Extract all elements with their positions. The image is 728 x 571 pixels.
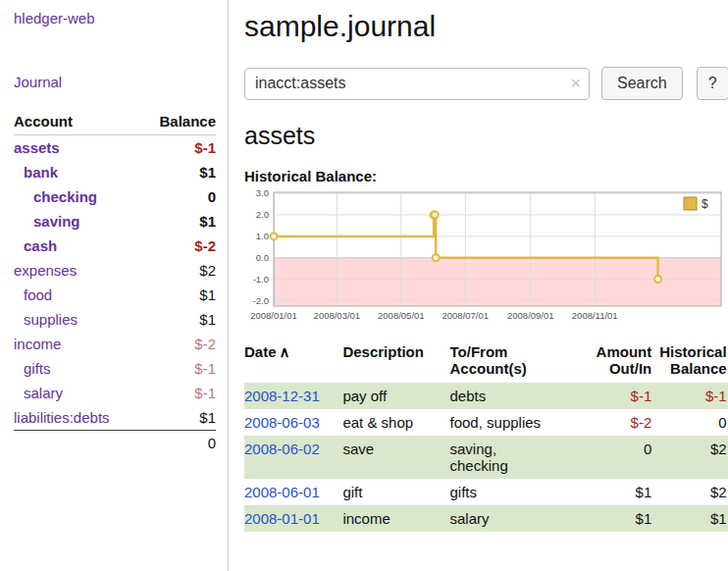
accounts-header-row: Account Balance [14, 110, 216, 135]
account-row: liabilities:debts$1 [14, 405, 216, 431]
data-point-marker [432, 212, 439, 219]
transaction-row[interactable]: 2008-06-01giftgifts$1$2 [244, 479, 728, 505]
transaction-row[interactable]: 2008-01-01incomesalary$1$1 [244, 505, 728, 532]
sidebar-account-link[interactable]: supplies [24, 311, 78, 328]
search-button[interactable]: Search [601, 67, 683, 100]
transaction-row[interactable]: 2008-06-03eat & shopfood, supplies$-20 [244, 409, 728, 436]
sidebar-item-journal[interactable]: Journal [14, 74, 216, 90]
transaction-balance: $2 [659, 479, 728, 505]
svg-text:2008/09/01: 2008/09/01 [507, 310, 554, 321]
sidebar-account-link[interactable]: cash [24, 237, 57, 254]
svg-text:1.0: 1.0 [256, 231, 269, 241]
account-balance: $1 [141, 283, 216, 307]
legend-label: $ [702, 197, 708, 211]
register-header-row: Date∧ Description To/From Account(s) Amo… [244, 341, 728, 383]
data-point-marker [433, 254, 440, 261]
transaction-row[interactable]: 2008-12-31pay offdebts$-1$-1 [244, 383, 728, 409]
legend-swatch [684, 197, 697, 210]
sidebar-account-link[interactable]: assets [14, 139, 60, 156]
svg-text:-2.0: -2.0 [253, 295, 269, 306]
account-balance: $-1 [141, 356, 216, 381]
account-balance: $1 [141, 209, 216, 234]
clear-search-icon[interactable]: × [570, 74, 581, 94]
transaction-row[interactable]: 2008-06-02savesaving, checking0$2 [244, 436, 728, 479]
account-row: salary$-1 [14, 381, 216, 405]
account-balance: $-1 [141, 135, 216, 161]
sidebar-account-link[interactable]: salary [24, 385, 63, 401]
sidebar-account-link[interactable]: income [14, 336, 61, 352]
sidebar-account-link[interactable]: saving [33, 213, 80, 230]
transaction-balance: 0 [659, 409, 728, 436]
sidebar-account-link[interactable]: liabilities:debts [14, 409, 110, 426]
transaction-accounts: food, supplies [450, 409, 579, 436]
account-row: saving$1 [14, 209, 216, 234]
chart-title: Historical Balance: [244, 168, 728, 184]
account-row: expenses$2 [14, 258, 216, 283]
transaction-accounts: saving, checking [450, 436, 579, 479]
transaction-description: gift [342, 479, 449, 505]
page-title: sample.journal [244, 10, 728, 43]
main-content: sample.journal × Search ? assets Histori… [229, 0, 728, 571]
transaction-date-link[interactable]: 2008-06-03 [244, 414, 320, 431]
svg-text:-1.0: -1.0 [253, 274, 269, 285]
historical-balance-chart[interactable]: 3.02.01.00.0-1.0-2.02008/01/012008/03/01… [244, 190, 722, 328]
svg-text:2.0: 2.0 [256, 209, 269, 220]
sidebar-account-link[interactable]: gifts [24, 360, 51, 377]
svg-text:2008/07/01: 2008/07/01 [442, 310, 490, 321]
svg-text:2008/11/01: 2008/11/01 [572, 310, 618, 321]
transaction-date-link[interactable]: 2008-12-31 [244, 388, 320, 404]
sidebar-account-link[interactable]: bank [24, 164, 58, 181]
app-title[interactable]: hledger-web [14, 10, 216, 26]
account-row: cash$-2 [14, 234, 216, 258]
account-row: checking0 [14, 184, 216, 209]
transaction-description: income [342, 505, 449, 532]
register-header-amount: Amount Out/In [579, 341, 659, 383]
svg-text:3.0: 3.0 [256, 190, 269, 198]
svg-text:2008/05/01: 2008/05/01 [378, 310, 425, 321]
transaction-accounts: debts [450, 383, 579, 409]
accounts-total-row: 0 [14, 431, 216, 456]
register-header-balance: Historical Balance [659, 341, 728, 383]
transaction-date-link[interactable]: 2008-01-01 [244, 510, 320, 527]
accounts-total-value: 0 [141, 431, 216, 456]
transaction-amount: $-1 [579, 383, 659, 409]
account-row: gifts$-1 [14, 356, 216, 381]
svg-text:2008/03/01: 2008/03/01 [314, 310, 361, 321]
account-balance: $2 [141, 258, 216, 283]
transaction-balance: $-1 [659, 383, 728, 409]
account-row: assets$-1 [14, 135, 216, 161]
transaction-description: save [342, 436, 449, 479]
register-header-description: Description [342, 341, 449, 383]
accounts-header-balance: Balance [141, 110, 216, 135]
account-balance: $1 [141, 405, 216, 431]
register-header-accounts: To/From Account(s) [450, 341, 579, 383]
data-point-marker [654, 276, 661, 283]
register-header-date[interactable]: Date∧ [244, 341, 342, 383]
sidebar-account-link[interactable]: food [24, 286, 52, 303]
sort-ascending-icon: ∧ [280, 343, 290, 360]
register-table: Date∧ Description To/From Account(s) Amo… [244, 341, 728, 532]
svg-text:2008/01/01: 2008/01/01 [250, 310, 297, 321]
account-row: supplies$1 [14, 307, 216, 332]
data-point-marker [271, 233, 278, 239]
search-box: × [244, 68, 590, 100]
transaction-balance: $2 [659, 436, 728, 479]
account-row: bank$1 [14, 160, 216, 184]
transaction-description: eat & shop [342, 409, 449, 436]
accounts-table: Account Balance assets$-1bank$1checking0… [14, 110, 216, 455]
account-balance: $-2 [141, 332, 216, 356]
hledger-web-app: hledger-web Journal Account Balance asse… [0, 0, 728, 571]
transaction-amount: $1 [579, 505, 659, 532]
transaction-date-link[interactable]: 2008-06-02 [244, 441, 320, 457]
search-bar: × Search ? [244, 67, 728, 100]
search-input[interactable] [244, 68, 590, 100]
sidebar-account-link[interactable]: checking [33, 188, 97, 205]
svg-text:0.0: 0.0 [256, 252, 269, 263]
transaction-amount: 0 [579, 436, 659, 479]
accounts-header-account: Account [14, 110, 141, 135]
help-button[interactable]: ? [697, 67, 728, 100]
transaction-date-link[interactable]: 2008-06-01 [244, 484, 320, 500]
sidebar-account-link[interactable]: expenses [14, 262, 77, 279]
account-balance: $1 [141, 160, 216, 184]
account-balance: 0 [141, 184, 216, 209]
